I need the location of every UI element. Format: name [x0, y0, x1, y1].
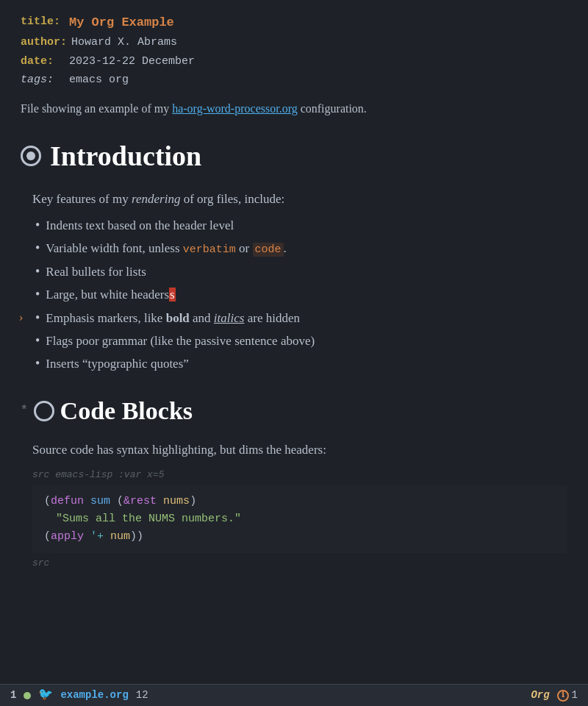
body-after: of org files, include: — [180, 192, 284, 206]
bullet2-code: code — [253, 243, 284, 257]
src-footer-text: src — [32, 557, 49, 568]
meta-date-key: date: — [21, 53, 65, 70]
status-dot — [24, 692, 31, 699]
info-icon: ℹ — [557, 690, 569, 702]
src-keyword: src — [32, 469, 49, 480]
bullet-item-1: • Indents text based on the header level — [35, 216, 567, 235]
bullet5-mid: and — [190, 311, 214, 325]
heading-circle-empty — [34, 401, 54, 421]
heading-codeblocks: * Code Blocks — [21, 392, 567, 431]
bullet-item-5: › • Emphasis markers, like bold and ital… — [35, 309, 567, 328]
meta-date-value: 2023-12-22 December — [69, 53, 195, 70]
code-line-1: (defun sum (&rest nums) — [44, 493, 556, 510]
metadata-block: title: My Org Example author: Howard X. … — [21, 13, 567, 88]
intro-text-before: File showing an example of my — [21, 102, 172, 115]
meta-author-line: author: Howard X. Abrams — [21, 34, 567, 51]
intro-paragraph: File showing an example of my ha-org-wor… — [21, 100, 567, 118]
code-apply: apply — [51, 530, 84, 543]
code-string: "Sums all the NUMS numbers." — [56, 513, 241, 525]
intro-body-text: Key features of my rendering of org file… — [21, 190, 567, 209]
intro-link[interactable]: ha-org-word-processor.org — [172, 102, 297, 115]
bullet5-before: Emphasis markers, like — [46, 311, 165, 325]
heading-codeblocks-text: Code Blocks — [60, 392, 193, 431]
bullet5-italic-underline: italics — [214, 311, 245, 325]
bullet-text-4: Large, but white headerss — [46, 285, 175, 304]
status-line-number: 1 — [10, 688, 16, 704]
bullet-text-1: Indents text based on the header level — [46, 216, 234, 235]
meta-tags-key: tags: — [21, 71, 65, 88]
bullet-dot-2: • — [35, 241, 40, 254]
status-info-num: 1 — [572, 688, 578, 704]
codeblocks-body-text: Source code has syntax highlighting, but… — [32, 443, 326, 457]
bullet-dot-6: • — [35, 334, 40, 347]
feature-list: • Indents text based on the header level… — [21, 216, 567, 374]
code-nums: nums — [163, 495, 190, 507]
bullet-dot-3: • — [35, 265, 40, 278]
heading-asterisk-prefix: * — [21, 402, 28, 420]
bullet-item-7: • Inserts “typographic quotes” — [35, 354, 567, 374]
cursor-char: s — [169, 288, 176, 302]
bullet2-after: . — [284, 241, 287, 255]
heading-introduction: Introduction — [21, 135, 567, 178]
bullet-text-5: Emphasis markers, like bold and italics … — [46, 309, 300, 328]
status-info: ℹ 1 — [557, 688, 578, 704]
body-italic: rendering — [132, 192, 180, 206]
code-fn-sum: sum — [90, 495, 110, 507]
bullet5-bold: bold — [166, 311, 190, 325]
bullet-dot-7: • — [35, 357, 40, 370]
code-line-3: (apply '+ num)) — [44, 528, 556, 546]
status-bar: 1 🐦 example.org 12 Org ℹ 1 — [0, 684, 588, 706]
source-footer: src — [32, 556, 567, 571]
bullet-item-6: • Flags poor grammar (like the passive s… — [35, 332, 567, 351]
meta-title-line: title: My Org Example — [21, 13, 567, 32]
code-line-2: "Sums all the NUMS numbers." — [44, 510, 556, 528]
codeblocks-body: Source code has syntax highlighting, but… — [21, 441, 567, 460]
intro-text-after: configuration. — [298, 102, 367, 115]
source-block: src emacs-lisp :var x=5 (defun sum (&res… — [21, 468, 567, 571]
meta-title-value: My Org Example — [69, 13, 174, 32]
code-defun: defun — [51, 495, 84, 507]
bullet-text-6: Flags poor grammar (like the passive sen… — [46, 332, 315, 351]
bullet-dot-5: • — [35, 311, 40, 324]
bullet2-before: Variable width font, unless — [46, 241, 183, 255]
source-code-box: (defun sum (&rest nums) "Sums all the NU… — [32, 485, 567, 553]
code-rest: &rest — [123, 495, 157, 507]
status-filename: example.org — [60, 688, 128, 704]
status-mode: Org — [531, 688, 549, 704]
heading-introduction-text: Introduction — [50, 135, 201, 178]
status-emacs-icon: 🐦 — [38, 686, 53, 705]
status-col-number: 12 — [136, 688, 148, 704]
bullet-item-3: • Real bullets for lists — [35, 263, 567, 282]
heading-circle-filled — [21, 146, 41, 166]
meta-tags-line: tags: emacs org — [21, 71, 567, 88]
src-lang: emacs-lisp — [55, 469, 112, 480]
code-paren-open-1: ( — [44, 495, 51, 507]
bullet2-verbatim: verbatim — [183, 243, 236, 256]
bullet-text-2: Variable width font, unless verbatim or … — [46, 239, 286, 258]
bullet-dot-1: • — [35, 218, 40, 232]
code-num: num — [110, 530, 130, 543]
code-quote: ' — [90, 530, 97, 543]
src-var: :var x=5 — [118, 469, 164, 480]
bullet2-mid: or — [236, 241, 253, 255]
bullet-item-4: • Large, but white headerss — [35, 285, 567, 304]
source-header: src emacs-lisp :var x=5 — [32, 468, 567, 482]
code-paren-close-3: )) — [130, 530, 143, 543]
meta-title-key: title: — [21, 13, 65, 32]
bullet-item-2: • Variable width font, unless verbatim o… — [35, 239, 567, 258]
meta-author-value: Howard X. Abrams — [71, 34, 177, 51]
bullet5-after: are hidden — [244, 311, 300, 325]
bullet-dot-4: • — [35, 288, 40, 301]
meta-date-line: date: 2023-12-22 December — [21, 53, 567, 70]
code-plus: + — [97, 530, 104, 543]
meta-tags-value: emacs org — [69, 71, 129, 88]
bullet4-before: Large, but white headers — [46, 288, 169, 302]
meta-author-key: author: — [21, 34, 67, 51]
body-before: Key features of my — [32, 192, 132, 206]
arrow-indicator: › — [19, 309, 23, 327]
bullet-text-3: Real bullets for lists — [46, 263, 146, 282]
code-paren-open-3: ( — [44, 530, 51, 543]
code-paren-close-1: ) — [190, 495, 196, 507]
bullet-text-7: Inserts “typographic quotes” — [46, 354, 189, 374]
